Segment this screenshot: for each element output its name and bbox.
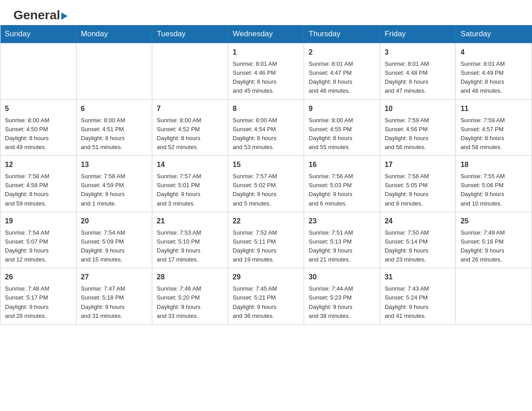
calendar-cell: 16Sunrise: 7:56 AM Sunset: 5:03 PM Dayli…	[304, 156, 380, 212]
calendar-week-row: 26Sunrise: 7:48 AM Sunset: 5:17 PM Dayli…	[0, 268, 532, 325]
day-number: 17	[385, 159, 451, 170]
day-number: 26	[5, 272, 72, 283]
day-number: 30	[309, 272, 375, 283]
day-number: 7	[157, 103, 223, 114]
col-header-tuesday: Tuesday	[152, 25, 228, 43]
calendar-cell: 27Sunrise: 7:47 AM Sunset: 5:18 PM Dayli…	[76, 268, 152, 325]
calendar-week-row: 19Sunrise: 7:54 AM Sunset: 5:07 PM Dayli…	[0, 212, 532, 268]
calendar-cell	[76, 43, 152, 100]
day-info: Sunrise: 7:54 AM Sunset: 5:09 PM Dayligh…	[81, 228, 148, 265]
day-info: Sunrise: 7:54 AM Sunset: 5:07 PM Dayligh…	[5, 228, 72, 265]
calendar-cell: 9Sunrise: 8:00 AM Sunset: 4:55 PM Daylig…	[304, 99, 380, 156]
day-info: Sunrise: 7:56 AM Sunset: 5:03 PM Dayligh…	[309, 172, 375, 208]
day-number: 24	[385, 216, 451, 227]
col-header-thursday: Thursday	[304, 25, 380, 43]
day-info: Sunrise: 8:00 AM Sunset: 4:54 PM Dayligh…	[233, 116, 300, 152]
calendar-cell: 10Sunrise: 7:59 AM Sunset: 4:56 PM Dayli…	[380, 99, 455, 156]
calendar-cell: 14Sunrise: 7:57 AM Sunset: 5:01 PM Dayli…	[152, 156, 228, 212]
day-info: Sunrise: 8:01 AM Sunset: 4:48 PM Dayligh…	[385, 60, 451, 96]
day-info: Sunrise: 7:51 AM Sunset: 5:13 PM Dayligh…	[309, 228, 375, 265]
day-number: 18	[460, 159, 527, 170]
calendar-header-row: SundayMondayTuesdayWednesdayThursdayFrid…	[0, 25, 532, 43]
day-number: 11	[460, 103, 527, 114]
calendar-cell: 13Sunrise: 7:58 AM Sunset: 4:59 PM Dayli…	[76, 156, 152, 212]
day-number: 21	[157, 216, 223, 227]
calendar-cell: 30Sunrise: 7:44 AM Sunset: 5:23 PM Dayli…	[304, 268, 380, 325]
day-info: Sunrise: 7:43 AM Sunset: 5:24 PM Dayligh…	[385, 284, 451, 321]
calendar-week-row: 12Sunrise: 7:58 AM Sunset: 4:58 PM Dayli…	[0, 156, 532, 212]
day-number: 27	[81, 272, 148, 283]
day-info: Sunrise: 8:01 AM Sunset: 4:47 PM Dayligh…	[309, 60, 375, 96]
calendar-cell: 12Sunrise: 7:58 AM Sunset: 4:58 PM Dayli…	[0, 156, 77, 212]
logo: General	[13, 9, 68, 21]
calendar-cell: 23Sunrise: 7:51 AM Sunset: 5:13 PM Dayli…	[304, 212, 380, 268]
day-number: 29	[233, 272, 300, 283]
day-info: Sunrise: 7:52 AM Sunset: 5:11 PM Dayligh…	[233, 228, 300, 265]
calendar-cell: 21Sunrise: 7:53 AM Sunset: 5:10 PM Dayli…	[152, 212, 228, 268]
calendar-cell: 28Sunrise: 7:46 AM Sunset: 5:20 PM Dayli…	[152, 268, 228, 325]
day-number: 6	[81, 103, 148, 114]
calendar-cell: 8Sunrise: 8:00 AM Sunset: 4:54 PM Daylig…	[228, 99, 304, 156]
calendar-cell: 25Sunrise: 7:49 AM Sunset: 5:16 PM Dayli…	[456, 212, 532, 268]
day-info: Sunrise: 7:57 AM Sunset: 5:02 PM Dayligh…	[233, 172, 300, 208]
day-info: Sunrise: 8:00 AM Sunset: 4:55 PM Dayligh…	[309, 116, 375, 152]
col-header-wednesday: Wednesday	[228, 25, 304, 43]
col-header-friday: Friday	[380, 25, 455, 43]
day-number: 2	[309, 47, 375, 58]
calendar-cell: 1Sunrise: 8:01 AM Sunset: 4:46 PM Daylig…	[228, 43, 304, 100]
day-number: 14	[157, 159, 223, 170]
calendar-cell: 11Sunrise: 7:59 AM Sunset: 4:57 PM Dayli…	[456, 99, 532, 156]
calendar-week-row: 1Sunrise: 8:01 AM Sunset: 4:46 PM Daylig…	[0, 43, 532, 100]
day-number: 13	[81, 159, 148, 170]
calendar-cell: 19Sunrise: 7:54 AM Sunset: 5:07 PM Dayli…	[0, 212, 77, 268]
day-number: 5	[5, 103, 72, 114]
calendar-cell: 2Sunrise: 8:01 AM Sunset: 4:47 PM Daylig…	[304, 43, 380, 100]
col-header-sunday: Sunday	[0, 25, 77, 43]
day-info: Sunrise: 7:55 AM Sunset: 5:06 PM Dayligh…	[460, 172, 527, 208]
day-number: 1	[233, 47, 300, 58]
day-info: Sunrise: 7:44 AM Sunset: 5:23 PM Dayligh…	[309, 284, 375, 321]
calendar-cell: 31Sunrise: 7:43 AM Sunset: 5:24 PM Dayli…	[380, 268, 455, 325]
day-number: 12	[5, 159, 72, 170]
calendar-cell	[0, 43, 77, 100]
day-info: Sunrise: 8:00 AM Sunset: 4:50 PM Dayligh…	[5, 116, 72, 152]
day-number: 31	[385, 272, 451, 283]
day-number: 3	[385, 47, 451, 58]
calendar-cell: 7Sunrise: 8:00 AM Sunset: 4:52 PM Daylig…	[152, 99, 228, 156]
calendar-cell: 18Sunrise: 7:55 AM Sunset: 5:06 PM Dayli…	[456, 156, 532, 212]
col-header-monday: Monday	[76, 25, 152, 43]
day-number: 20	[81, 216, 148, 227]
day-info: Sunrise: 8:00 AM Sunset: 4:51 PM Dayligh…	[81, 116, 148, 152]
day-number: 9	[309, 103, 375, 114]
day-info: Sunrise: 7:59 AM Sunset: 4:56 PM Dayligh…	[385, 116, 451, 152]
calendar-cell: 20Sunrise: 7:54 AM Sunset: 5:09 PM Dayli…	[76, 212, 152, 268]
day-info: Sunrise: 7:58 AM Sunset: 4:58 PM Dayligh…	[5, 172, 72, 208]
day-info: Sunrise: 8:01 AM Sunset: 4:46 PM Dayligh…	[233, 60, 300, 96]
col-header-saturday: Saturday	[456, 25, 532, 43]
calendar-week-row: 5Sunrise: 8:00 AM Sunset: 4:50 PM Daylig…	[0, 99, 532, 156]
day-info: Sunrise: 7:59 AM Sunset: 4:57 PM Dayligh…	[460, 116, 527, 152]
day-info: Sunrise: 7:48 AM Sunset: 5:17 PM Dayligh…	[5, 284, 72, 321]
logo-general: General	[13, 9, 68, 21]
day-info: Sunrise: 7:56 AM Sunset: 5:05 PM Dayligh…	[385, 172, 451, 208]
day-info: Sunrise: 8:00 AM Sunset: 4:52 PM Dayligh…	[157, 116, 223, 152]
calendar-table: SundayMondayTuesdayWednesdayThursdayFrid…	[0, 25, 532, 325]
calendar-cell: 24Sunrise: 7:50 AM Sunset: 5:14 PM Dayli…	[380, 212, 455, 268]
day-number: 22	[233, 216, 300, 227]
logo-triangle-icon	[61, 13, 68, 20]
day-number: 25	[460, 216, 527, 227]
day-info: Sunrise: 7:45 AM Sunset: 5:21 PM Dayligh…	[233, 284, 300, 321]
day-number: 8	[233, 103, 300, 114]
day-info: Sunrise: 8:01 AM Sunset: 4:49 PM Dayligh…	[460, 60, 527, 96]
calendar-cell: 26Sunrise: 7:48 AM Sunset: 5:17 PM Dayli…	[0, 268, 77, 325]
page-header: General	[0, 0, 532, 25]
day-info: Sunrise: 7:50 AM Sunset: 5:14 PM Dayligh…	[385, 228, 451, 265]
calendar-cell: 15Sunrise: 7:57 AM Sunset: 5:02 PM Dayli…	[228, 156, 304, 212]
day-info: Sunrise: 7:46 AM Sunset: 5:20 PM Dayligh…	[157, 284, 223, 321]
day-number: 10	[385, 103, 451, 114]
day-number: 19	[5, 216, 72, 227]
day-number: 28	[157, 272, 223, 283]
calendar-cell	[152, 43, 228, 100]
day-info: Sunrise: 7:47 AM Sunset: 5:18 PM Dayligh…	[81, 284, 148, 321]
calendar-cell: 29Sunrise: 7:45 AM Sunset: 5:21 PM Dayli…	[228, 268, 304, 325]
